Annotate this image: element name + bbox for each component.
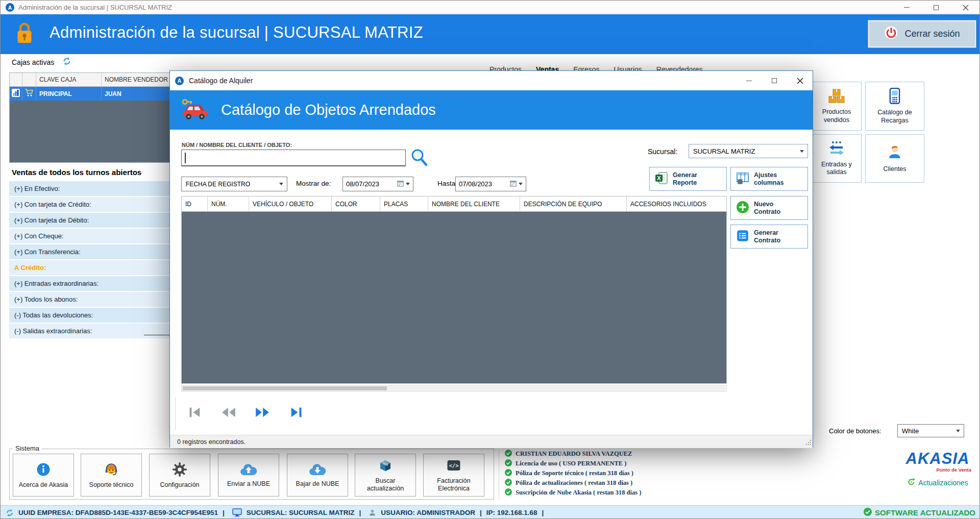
page-title: Administración de la sucursal | SUCURSAL… <box>50 23 423 42</box>
status-uuid: UUID EMPRESA: DFAD885D-143E-4337-BE59-3C… <box>18 509 218 516</box>
bajar-nube-button[interactable]: Bajar de NUBE <box>287 454 348 497</box>
refresh-icon[interactable] <box>62 57 71 67</box>
sucursal-value: SUCURSAL MATRIZ <box>693 147 755 155</box>
license-item: CRISTIAN EDUARDO SILVA VAZQUEZ <box>505 449 641 459</box>
rental-table-body-empty <box>181 212 727 384</box>
col-cliente[interactable]: NOMBRE DEL CLIENTE <box>428 196 520 211</box>
calendar-icon <box>397 180 404 188</box>
dialog-header-title: Catálogo de Objetos Arrendados <box>221 102 436 118</box>
col-descripcion[interactable]: DESCRIPCIÓN DE EQUIPO <box>520 196 627 211</box>
phone-icon <box>889 88 901 107</box>
minimize-icon[interactable] <box>892 1 921 14</box>
clientes-button[interactable]: Clientes <box>865 134 924 183</box>
separator: | <box>542 509 544 516</box>
search-icon[interactable] <box>410 147 428 169</box>
separator: | <box>480 509 482 516</box>
chevron-down-icon <box>279 183 283 185</box>
first-page-button[interactable] <box>182 401 208 424</box>
separator: | <box>223 509 225 516</box>
soporte-tecnico-button[interactable]: Soporte técnico <box>81 454 142 497</box>
sistema-label: Sistema <box>13 444 42 452</box>
caja-cell-chart <box>10 87 22 101</box>
date-from-picker[interactable]: 08/07/2023 <box>342 177 413 191</box>
maximize-icon[interactable] <box>921 1 951 14</box>
col-id[interactable]: ID <box>182 196 208 211</box>
window-controls <box>892 1 980 14</box>
code-icon: </> <box>446 458 461 475</box>
license-item: Póliza de actualizaciones ( restan 318 d… <box>505 478 641 488</box>
productos-vendidos-button[interactable]: Productos vendidos <box>812 82 862 131</box>
previous-page-button[interactable] <box>216 401 241 424</box>
acerca-akasia-button[interactable]: Acerca de Akasia <box>13 454 74 497</box>
buscar-actualizacion-button[interactable]: Buscar actualización <box>355 454 416 497</box>
color-botones-label: Color de botones: <box>829 427 881 435</box>
bajar-nube-label: Bajar de NUBE <box>296 480 339 488</box>
excel-icon: X <box>655 171 668 187</box>
logout-button[interactable]: Cerrar sesión <box>868 20 976 48</box>
dialog-app-icon: A <box>175 77 184 85</box>
check-icon <box>505 469 512 478</box>
enviar-nube-button[interactable]: Enviar a NUBE <box>218 454 279 497</box>
sync-icon <box>6 509 14 517</box>
app-header: Administración de la sucursal | SUCURSAL… <box>1 14 980 54</box>
scrollbar-thumb[interactable] <box>183 386 387 390</box>
next-page-button[interactable] <box>250 401 275 424</box>
actualizaciones-label: Actualizaciones <box>918 479 968 487</box>
generar-contrato-label: Generar Contrato <box>754 229 794 244</box>
generar-reporte-button[interactable]: X Generar Reporte <box>649 167 727 191</box>
filter-field-select[interactable]: FECHA DE REGISTRO <box>181 177 287 191</box>
close-icon[interactable] <box>951 1 980 14</box>
generar-contrato-button[interactable]: Generar Contrato <box>730 225 808 249</box>
catalogo-recargas-button[interactable]: Catálogo de Recargas <box>865 82 924 131</box>
facturacion-electronica-label: Facturación Electrónica <box>425 477 483 492</box>
car-key-icon <box>180 97 210 123</box>
cajas-activas-label: Cajas activas <box>12 58 54 66</box>
configuracion-button[interactable]: Configuración <box>149 454 210 497</box>
software-status: SOFTWARE ACTUALIZADO <box>864 506 975 519</box>
col-placas[interactable]: PLACAS <box>380 196 428 211</box>
resize-grip[interactable] <box>805 439 812 447</box>
date-to-value: 07/08/2023 <box>459 180 508 188</box>
cajas-col-cart <box>22 73 36 86</box>
col-color[interactable]: COLOR <box>332 196 380 211</box>
status-usuario: USUARIO: ADMINISTRADOR <box>381 509 475 516</box>
entradas-salidas-label: Entradas y salidas <box>814 161 859 177</box>
search-label: NÚM / NOMBRE DEL CLIENTE / OBJETO: <box>182 142 292 148</box>
table-gear-icon <box>736 171 749 187</box>
dialog-window-controls <box>736 71 813 90</box>
dialog-minimize-icon[interactable] <box>736 71 762 90</box>
col-accesorios[interactable]: ACCESORIOS INCLUIDOS <box>627 196 726 211</box>
facturacion-electronica-button[interactable]: </> Facturación Electrónica <box>423 454 484 497</box>
color-botones-select[interactable]: White <box>897 424 964 437</box>
col-num[interactable]: NÚM. <box>208 196 249 211</box>
status-ip: IP: 192.168.1.68 <box>486 509 537 516</box>
logout-label: Cerrar sesión <box>904 29 960 39</box>
lock-icon <box>15 20 34 48</box>
license-item: Licencia de uso ( USO PERMANENTE ) <box>505 459 641 468</box>
plus-circle-icon <box>736 201 749 216</box>
svg-text:</>: </> <box>449 462 458 469</box>
license-divider <box>499 450 499 500</box>
dialog-header: Catálogo de Objetos Arrendados <box>170 90 813 130</box>
check-icon <box>505 479 512 488</box>
statusbar: UUID EMPRESA: DFAD885D-143E-4337-BE59-3C… <box>1 505 980 519</box>
last-page-button[interactable] <box>283 401 309 424</box>
software-status-label: SOFTWARE ACTUALIZADO <box>875 508 975 517</box>
power-icon <box>884 26 898 42</box>
dialog-close-icon[interactable] <box>787 71 813 90</box>
sucursal-select[interactable]: SUCURSAL MATRIZ <box>689 144 808 158</box>
chevron-down-icon <box>519 183 523 185</box>
entradas-salidas-button[interactable]: Entradas y salidas <box>812 134 862 183</box>
col-vehiculo[interactable]: VEHÍCULO / OBJETO <box>249 196 332 211</box>
actualizaciones-link[interactable]: Actualizaciones <box>899 478 976 488</box>
horizontal-scrollbar[interactable] <box>181 385 727 392</box>
ajustes-columnas-button[interactable]: Ajustes columnas <box>730 167 808 191</box>
search-input[interactable] <box>181 150 406 166</box>
nuevo-contrato-button[interactable]: Nuevo Contrato <box>730 196 808 220</box>
soporte-tecnico-label: Soporte técnico <box>89 481 134 489</box>
headset-person-icon <box>104 462 119 479</box>
dialog-maximize-icon[interactable] <box>762 71 787 90</box>
check-icon <box>505 459 512 468</box>
date-to-picker[interactable]: 07/08/2023 <box>455 177 526 191</box>
cloud-upload-icon <box>240 463 257 478</box>
